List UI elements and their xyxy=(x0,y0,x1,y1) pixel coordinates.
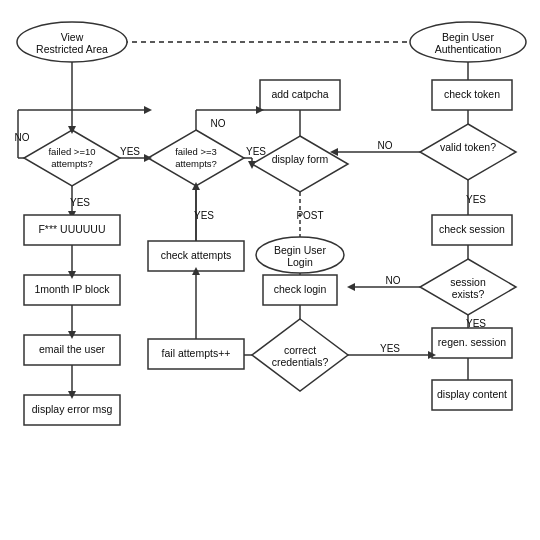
svg-text:fail attempts++: fail attempts++ xyxy=(162,347,231,359)
svg-text:display form: display form xyxy=(272,153,329,165)
svg-text:failed >=10: failed >=10 xyxy=(48,146,95,157)
svg-text:valid token?: valid token? xyxy=(440,141,496,153)
svg-text:YES: YES xyxy=(380,343,400,354)
svg-text:attempts?: attempts? xyxy=(175,158,217,169)
svg-text:NO: NO xyxy=(211,118,226,129)
svg-text:POST: POST xyxy=(296,210,323,221)
svg-text:exists?: exists? xyxy=(452,288,485,300)
svg-text:email the user: email the user xyxy=(39,343,105,355)
svg-text:credentials?: credentials? xyxy=(272,356,329,368)
svg-marker-103 xyxy=(144,154,152,162)
svg-text:failed >=3: failed >=3 xyxy=(175,146,217,157)
svg-text:Begin User: Begin User xyxy=(442,31,494,43)
check-token-label: check token xyxy=(444,88,500,100)
svg-text:display error msg: display error msg xyxy=(32,403,113,415)
svg-text:session: session xyxy=(450,276,486,288)
svg-text:add catpcha: add catpcha xyxy=(271,88,328,100)
svg-text:check login: check login xyxy=(274,283,327,295)
svg-text:YES: YES xyxy=(246,146,266,157)
svg-text:correct: correct xyxy=(284,344,316,356)
svg-text:YES: YES xyxy=(466,194,486,205)
svg-text:F*** UUUUUU: F*** UUUUUU xyxy=(38,223,105,235)
svg-text:Begin User: Begin User xyxy=(274,244,326,256)
svg-text:Login: Login xyxy=(287,256,313,268)
flowchart: View Restricted Area Begin User Authenti… xyxy=(0,0,540,540)
svg-text:check attempts: check attempts xyxy=(161,249,232,261)
svg-text:1month IP block: 1month IP block xyxy=(34,283,110,295)
svg-text:YES: YES xyxy=(70,197,90,208)
svg-text:YES: YES xyxy=(466,318,486,329)
svg-text:attempts?: attempts? xyxy=(51,158,93,169)
check-session-label: check session xyxy=(439,223,505,235)
svg-marker-29 xyxy=(347,283,355,291)
svg-text:NO: NO xyxy=(378,140,393,151)
svg-text:View: View xyxy=(61,31,84,43)
svg-marker-82 xyxy=(144,106,152,114)
svg-text:NO: NO xyxy=(15,132,30,143)
svg-text:YES: YES xyxy=(120,146,140,157)
svg-text:YES: YES xyxy=(194,210,214,221)
svg-text:Authentication: Authentication xyxy=(435,43,502,55)
svg-text:regen. session: regen. session xyxy=(438,336,506,348)
svg-text:display content: display content xyxy=(437,388,507,400)
svg-text:NO: NO xyxy=(386,275,401,286)
svg-text:Restricted Area: Restricted Area xyxy=(36,43,108,55)
